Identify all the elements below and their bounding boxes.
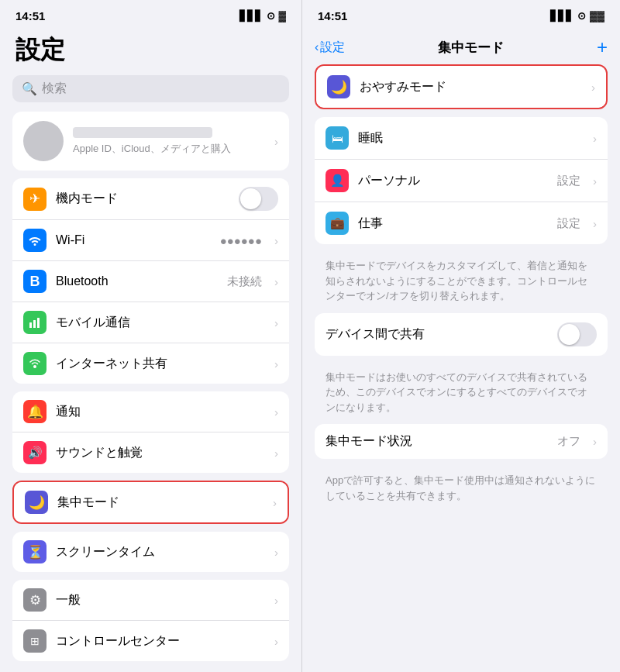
other-focus-section: 🛏 睡眠 › 👤 パーソナル 設定 › 💼 仕事 設定 › (315, 117, 608, 244)
personal-row[interactable]: 👤 パーソナル 設定 › (315, 160, 608, 202)
left-status-bar: 14:51 ▋▋▋ ⊙ ▓ (0, 0, 301, 27)
notifications-icon: 🔔 (23, 400, 46, 423)
focus-status-value: オフ (557, 434, 580, 449)
focus-chevron: › (273, 496, 277, 509)
notifications-row[interactable]: 🔔 通知 › (12, 391, 289, 432)
description3: Appで許可すると、集中モード使用中は通知されないようにしていることを共有できま… (315, 467, 608, 512)
share-row: デバイス間で共有 (315, 313, 608, 356)
appleid-info: Apple ID、iCloud、メディアと購入 (73, 127, 265, 156)
signal-icon: ▋▋▋ (239, 10, 263, 22)
right-content: 🌙 おやすみモード › 🛏 睡眠 › 👤 パーソナル 設定 › 💼 仕事 設定 (302, 64, 620, 672)
general-row[interactable]: ⚙ 一般 › (12, 580, 289, 621)
right-signal-icon: ▋▋▋ (550, 10, 574, 22)
battery-icon: ▓ (279, 10, 286, 22)
appleid-section: Apple ID、iCloud、メディアと購入 › (12, 112, 289, 171)
oyasumi-label: おやすみモード (360, 79, 582, 95)
controlcenter-label: コントロールセンター (56, 633, 265, 650)
oyasumi-chevron: › (591, 81, 595, 94)
personal-label: パーソナル (358, 173, 548, 189)
appleid-row[interactable]: Apple ID、iCloud、メディアと購入 › (12, 112, 289, 171)
left-status-icons: ▋▋▋ ⊙ ▓ (239, 10, 286, 22)
right-status-icons: ▋▋▋ ⊙ ▓▓ (550, 10, 604, 22)
search-bar[interactable]: 🔍 検索 (12, 75, 289, 102)
general-icon: ⚙ (23, 588, 46, 612)
focus-section-highlight: 🌙 集中モード › (12, 481, 289, 524)
screentime-chevron: › (274, 546, 278, 559)
notifications-section: 🔔 通知 › 🔊 サウンドと触覚 › (12, 391, 289, 473)
cellular-label: モバイル通信 (56, 315, 265, 331)
search-icon: 🔍 (22, 81, 37, 96)
appleid-subtitle: Apple ID、iCloud、メディアと購入 (73, 142, 265, 156)
back-button[interactable]: ‹ 設定 (315, 40, 345, 56)
hotspot-row[interactable]: インターネット共有 › (12, 343, 289, 384)
focus-row[interactable]: 🌙 集中モード › (14, 482, 288, 522)
right-navbar: ‹ 設定 集中モード + (302, 27, 620, 64)
wifi-label: Wi-Fi (56, 233, 211, 247)
status-row[interactable]: 集中モード状況 オフ › (315, 424, 608, 459)
airplane-row[interactable]: ✈ 機内モード (12, 178, 289, 220)
right-status-bar: 14:51 ▋▋▋ ⊙ ▓▓ (302, 0, 620, 27)
controlcenter-chevron: › (274, 635, 278, 648)
avatar (23, 121, 64, 161)
wifi-chevron: › (274, 234, 278, 247)
hotspot-label: インターネット共有 (56, 356, 265, 372)
wifi-status-icon: ⊙ (267, 10, 275, 22)
sounds-icon: 🔊 (23, 441, 46, 464)
svg-rect-1 (33, 320, 36, 328)
work-row[interactable]: 💼 仕事 設定 › (315, 202, 608, 244)
svg-rect-0 (29, 322, 32, 328)
cellular-icon (23, 311, 46, 334)
personal-chevron: › (593, 174, 597, 188)
description2: 集中モードはお使いのすべてのデバイスで共有されているため、このデバイスでオンにす… (315, 364, 608, 425)
controlcenter-row[interactable]: ⊞ コントロールセンター › (12, 621, 289, 661)
sounds-chevron: › (274, 446, 278, 460)
screentime-section: ⏳ スクリーンタイム › (12, 532, 289, 572)
status-section: 集中モード状況 オフ › (315, 424, 608, 459)
bluetooth-row[interactable]: B Bluetooth 未接続 › (12, 261, 289, 302)
sounds-row[interactable]: 🔊 サウンドと触覚 › (12, 432, 289, 473)
sleep-row[interactable]: 🛏 睡眠 › (315, 117, 608, 160)
airplane-toggle[interactable] (239, 187, 278, 211)
share-toggle[interactable] (557, 322, 597, 346)
oyasumi-highlight: 🌙 おやすみモード › (315, 64, 608, 109)
right-panel: 14:51 ▋▋▋ ⊙ ▓▓ ‹ 設定 集中モード + 🌙 おやすみモード › … (302, 0, 620, 672)
left-time: 14:51 (16, 9, 45, 22)
right-wifi-icon: ⊙ (577, 10, 586, 22)
sounds-label: サウンドと触覚 (56, 445, 265, 461)
bluetooth-value: 未接続 (227, 274, 262, 289)
bluetooth-chevron: › (274, 275, 278, 288)
notifications-label: 通知 (56, 404, 265, 420)
back-label: 設定 (320, 40, 345, 56)
right-time: 14:51 (318, 9, 347, 22)
controlcenter-icon: ⊞ (23, 629, 46, 653)
screentime-row[interactable]: ⏳ スクリーンタイム › (12, 532, 289, 572)
work-value: 設定 (557, 216, 580, 231)
general-chevron: › (274, 594, 278, 607)
notifications-chevron: › (274, 405, 278, 419)
hotspot-icon (23, 352, 46, 375)
cellular-row[interactable]: モバイル通信 › (12, 302, 289, 343)
general-label: 一般 (56, 592, 265, 608)
sleep-icon: 🛏 (326, 126, 349, 150)
personal-value: 設定 (557, 174, 580, 188)
screentime-label: スクリーンタイム (56, 544, 265, 560)
focus-label: 集中モード (57, 495, 264, 511)
bluetooth-label: Bluetooth (56, 274, 218, 288)
oyasumi-icon: 🌙 (327, 75, 350, 98)
back-chevron-icon: ‹ (315, 40, 319, 54)
sleep-label: 睡眠 (358, 130, 584, 146)
wifi-value: ●●●●●● (220, 234, 262, 247)
appleid-name-blur (73, 127, 212, 138)
focus-status-label: 集中モード状況 (326, 433, 548, 450)
oyasumi-row[interactable]: 🌙 おやすみモード › (316, 66, 606, 108)
share-section: デバイス間で共有 (315, 313, 608, 356)
bluetooth-icon: B (23, 270, 46, 293)
add-button[interactable]: + (597, 36, 608, 58)
work-icon: 💼 (326, 212, 349, 235)
airplane-label: 機内モード (56, 191, 229, 207)
focus-icon: 🌙 (25, 491, 48, 514)
search-placeholder: 検索 (42, 81, 67, 97)
wifi-icon (23, 229, 46, 252)
general-section: ⚙ 一般 › ⊞ コントロールセンター › (12, 580, 289, 661)
wifi-row[interactable]: Wi-Fi ●●●●●● › (12, 220, 289, 261)
